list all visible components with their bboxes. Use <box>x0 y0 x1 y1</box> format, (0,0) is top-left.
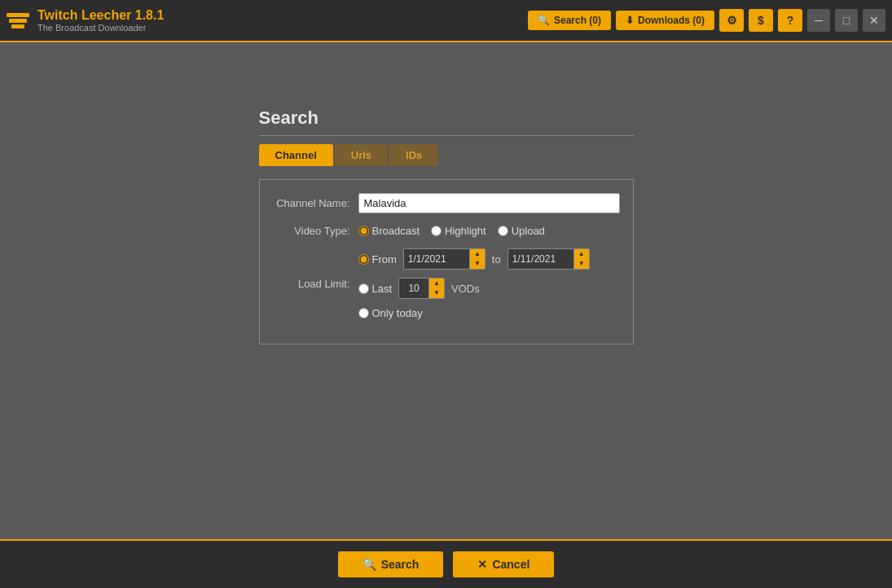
close-button[interactable]: ✕ <box>863 9 885 32</box>
channel-name-input[interactable] <box>358 193 620 213</box>
cancel-button-icon: ✕ <box>477 558 487 571</box>
last-count-up[interactable]: ▲ <box>429 279 444 288</box>
search-nav-label: Search (0) <box>554 15 601 26</box>
only-today-option[interactable]: Only today <box>358 307 423 319</box>
tab-urls[interactable]: Urls <box>335 144 388 166</box>
downloads-nav-label: Downloads (0) <box>638 15 705 26</box>
search-heading: Search <box>259 108 634 136</box>
settings-icon: ⚙ <box>727 14 737 27</box>
last-option[interactable]: Last <box>358 283 393 295</box>
app-logo <box>7 13 29 29</box>
maximize-button[interactable]: □ <box>835 9 858 32</box>
only-today-label: Only today <box>372 307 423 319</box>
search-form: Channel Name: Video Type: Broadcast High… <box>259 179 634 344</box>
broadcast-radio[interactable] <box>358 226 369 236</box>
highlight-label: Highlight <box>445 225 486 237</box>
last-count-value[interactable] <box>399 280 428 296</box>
close-icon: ✕ <box>869 14 879 27</box>
from-option[interactable]: From <box>358 253 397 265</box>
titlebar-buttons: 🔍 Search (0) ⬇ Downloads (0) ⚙ $ ? ─ □ ✕ <box>528 9 885 32</box>
from-date-input[interactable]: ▲ ▼ <box>403 248 486 270</box>
last-count-input[interactable]: ▲ ▼ <box>398 278 445 299</box>
tab-ids[interactable]: IDs <box>389 144 438 166</box>
search-nav-button[interactable]: 🔍 Search (0) <box>528 11 611 30</box>
from-date-spinners: ▲ ▼ <box>469 249 485 269</box>
highlight-option[interactable]: Highlight <box>431 225 486 237</box>
to-date-down[interactable]: ▼ <box>574 259 589 269</box>
video-type-label: Video Type: <box>273 225 358 237</box>
search-button-label: Search <box>381 558 420 571</box>
load-limit-row: Load Limit: From ▲ <box>273 248 620 319</box>
minimize-button[interactable]: ─ <box>807 9 830 32</box>
last-count-down[interactable]: ▼ <box>429 288 444 298</box>
load-limit-col: From ▲ ▼ to <box>358 248 590 319</box>
to-date-spinners: ▲ ▼ <box>573 249 589 269</box>
from-date-up[interactable]: ▲ <box>470 249 485 259</box>
app-title-group: Twitch Leecher 1.8.1 The Broadcast Downl… <box>37 8 164 33</box>
last-label: Last <box>372 283 393 295</box>
app-title: Twitch Leecher 1.8.1 <box>37 8 164 23</box>
from-radio[interactable] <box>358 254 369 265</box>
upload-label: Upload <box>512 225 545 237</box>
video-type-row: Video Type: Broadcast Highlight Upload <box>273 225 620 237</box>
help-button[interactable]: ? <box>778 9 802 32</box>
minimize-icon: ─ <box>815 14 823 27</box>
to-date-input[interactable]: ▲ ▼ <box>508 248 590 270</box>
downloads-nav-button[interactable]: ⬇ Downloads (0) <box>616 11 714 30</box>
from-row: From ▲ ▼ to <box>358 248 590 270</box>
load-limit-label: Load Limit: <box>273 278 358 290</box>
from-label: From <box>372 253 397 265</box>
channel-name-row: Channel Name: <box>273 193 620 213</box>
bottom-bar: 🔍 Search ✕ Cancel <box>0 539 892 588</box>
cancel-button[interactable]: ✕ Cancel <box>453 551 554 577</box>
to-date-value[interactable] <box>508 251 573 267</box>
main-content: Search Channel Urls IDs Channel Name: Vi… <box>0 42 892 539</box>
last-count-spinners: ▲ ▼ <box>428 279 444 298</box>
tabs: Channel Urls IDs <box>259 144 634 166</box>
channel-name-control <box>358 193 620 213</box>
search-nav-icon: 🔍 <box>538 15 550 26</box>
only-today-radio[interactable] <box>358 308 369 318</box>
broadcast-label: Broadcast <box>372 225 420 237</box>
search-button[interactable]: 🔍 Search <box>338 551 444 577</box>
from-date-value[interactable] <box>404 251 469 267</box>
upload-option[interactable]: Upload <box>498 225 545 237</box>
from-date-down[interactable]: ▼ <box>470 259 485 269</box>
to-date-up[interactable]: ▲ <box>574 249 589 259</box>
app-subtitle: The Broadcast Downloader <box>37 23 164 33</box>
logo-stripe-2 <box>9 19 27 23</box>
broadcast-option[interactable]: Broadcast <box>358 225 420 237</box>
search-button-icon: 🔍 <box>363 558 376 571</box>
load-limit-controls: From ▲ ▼ to <box>358 248 620 319</box>
help-icon: ? <box>787 14 794 27</box>
dollar-icon: $ <box>758 14 764 27</box>
logo-stripe-3 <box>11 24 24 29</box>
donate-button[interactable]: $ <box>749 9 773 32</box>
cancel-button-label: Cancel <box>492 558 529 571</box>
logo-stripe-1 <box>7 13 29 17</box>
search-panel: Search Channel Urls IDs Channel Name: Vi… <box>259 108 634 344</box>
to-label: to <box>492 253 501 265</box>
last-row: Last ▲ ▼ VODs <box>358 278 590 299</box>
last-radio[interactable] <box>358 283 369 294</box>
downloads-nav-icon: ⬇ <box>626 15 634 26</box>
highlight-radio[interactable] <box>431 226 442 236</box>
maximize-icon: □ <box>843 14 850 27</box>
tab-channel[interactable]: Channel <box>259 144 333 166</box>
channel-name-label: Channel Name: <box>273 197 358 209</box>
video-type-controls: Broadcast Highlight Upload <box>358 225 620 237</box>
vods-label: VODs <box>451 283 480 295</box>
only-today-row: Only today <box>358 307 590 319</box>
upload-radio[interactable] <box>498 226 508 236</box>
settings-button[interactable]: ⚙ <box>719 9 744 32</box>
titlebar: Twitch Leecher 1.8.1 The Broadcast Downl… <box>0 0 892 42</box>
